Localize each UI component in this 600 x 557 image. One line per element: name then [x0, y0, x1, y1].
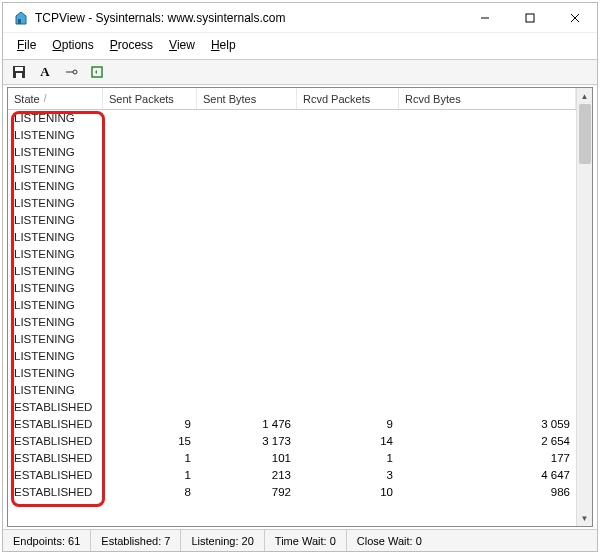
cell-sent-packets: [103, 195, 197, 212]
minimize-button[interactable]: [462, 3, 507, 32]
column-header-sent-bytes[interactable]: Sent Bytes: [197, 88, 297, 109]
cell-state: LISTENING: [8, 127, 103, 144]
table-row[interactable]: LISTENING: [8, 161, 576, 178]
cell-rcvd-packets: 3: [297, 467, 399, 484]
status-closewait: Close Wait: 0: [347, 530, 597, 551]
cell-sent-bytes: [197, 314, 297, 331]
menu-file[interactable]: File: [11, 36, 42, 54]
table-row[interactable]: LISTENING: [8, 297, 576, 314]
statusbar: Endpoints: 61 Established: 7 Listening: …: [3, 529, 597, 551]
cell-sent-bytes: [197, 127, 297, 144]
table-row[interactable]: ESTABLISHED91 47693 059: [8, 416, 576, 433]
table-row[interactable]: LISTENING: [8, 229, 576, 246]
table-row[interactable]: LISTENING: [8, 246, 576, 263]
cell-sent-packets: 1: [103, 467, 197, 484]
cell-rcvd-bytes: [399, 212, 576, 229]
cell-state: LISTENING: [8, 331, 103, 348]
table-row[interactable]: ESTABLISHED: [8, 399, 576, 416]
save-button[interactable]: [9, 62, 29, 82]
menu-process[interactable]: Process: [104, 36, 159, 54]
cell-rcvd-bytes: [399, 297, 576, 314]
cell-state: LISTENING: [8, 178, 103, 195]
table-row[interactable]: LISTENING: [8, 348, 576, 365]
cell-rcvd-packets: [297, 399, 399, 416]
cell-sent-bytes: [197, 331, 297, 348]
cell-sent-bytes: 1 476: [197, 416, 297, 433]
maximize-button[interactable]: [507, 3, 552, 32]
menu-options[interactable]: Options: [46, 36, 99, 54]
table-row[interactable]: LISTENING: [8, 178, 576, 195]
column-header-rcvd-packets[interactable]: Rcvd Packets: [297, 88, 399, 109]
cell-sent-packets: [103, 365, 197, 382]
table-row[interactable]: LISTENING: [8, 365, 576, 382]
cell-state: LISTENING: [8, 144, 103, 161]
vertical-scrollbar[interactable]: ▲ ▼: [576, 88, 592, 526]
cell-sent-packets: [103, 263, 197, 280]
cell-rcvd-bytes: [399, 178, 576, 195]
cell-state: LISTENING: [8, 314, 103, 331]
cell-sent-bytes: [197, 280, 297, 297]
table-row[interactable]: ESTABLISHED121334 647: [8, 467, 576, 484]
cell-rcvd-bytes: [399, 229, 576, 246]
table-row[interactable]: LISTENING: [8, 263, 576, 280]
column-headers: State / Sent Packets Sent Bytes Rcvd Pac…: [8, 88, 576, 110]
font-button[interactable]: A: [35, 62, 55, 82]
cell-rcvd-bytes: [399, 331, 576, 348]
menu-help[interactable]: Help: [205, 36, 242, 54]
cell-rcvd-bytes: [399, 127, 576, 144]
cell-sent-bytes: 101: [197, 450, 297, 467]
table-row[interactable]: LISTENING: [8, 280, 576, 297]
cell-state: ESTABLISHED: [8, 433, 103, 450]
cell-state: ESTABLISHED: [8, 484, 103, 501]
status-timewait: Time Wait: 0: [265, 530, 347, 551]
connection-list: State / Sent Packets Sent Bytes Rcvd Pac…: [7, 87, 593, 527]
close-button[interactable]: [552, 3, 597, 32]
cell-rcvd-bytes: 3 059: [399, 416, 576, 433]
status-established: Established: 7: [91, 530, 181, 551]
cell-rcvd-bytes: [399, 280, 576, 297]
toolbar: A: [3, 59, 597, 85]
titlebar: TCPView - Sysinternals: www.sysinternals…: [3, 3, 597, 33]
scroll-up-arrow-icon[interactable]: ▲: [577, 88, 592, 104]
cell-rcvd-packets: [297, 127, 399, 144]
cell-rcvd-packets: [297, 195, 399, 212]
table-row[interactable]: LISTENING: [8, 314, 576, 331]
refresh-button[interactable]: [87, 62, 107, 82]
column-header-sent-packets[interactable]: Sent Packets: [103, 88, 197, 109]
table-row[interactable]: LISTENING: [8, 144, 576, 161]
svg-rect-6: [15, 67, 23, 71]
table-row[interactable]: ESTABLISHED153 173142 654: [8, 433, 576, 450]
cell-rcvd-bytes: [399, 382, 576, 399]
scroll-down-arrow-icon[interactable]: ▼: [577, 510, 592, 526]
table-row[interactable]: LISTENING: [8, 110, 576, 127]
cell-rcvd-bytes: 177: [399, 450, 576, 467]
cell-sent-packets: 8: [103, 484, 197, 501]
svg-rect-7: [16, 73, 22, 78]
table-row[interactable]: LISTENING: [8, 382, 576, 399]
rows-container: LISTENINGLISTENINGLISTENINGLISTENINGLIST…: [8, 110, 576, 501]
table-row[interactable]: LISTENING: [8, 195, 576, 212]
cell-state: ESTABLISHED: [8, 450, 103, 467]
cell-rcvd-packets: [297, 314, 399, 331]
menu-view[interactable]: View: [163, 36, 201, 54]
cell-state: LISTENING: [8, 212, 103, 229]
cell-sent-packets: [103, 212, 197, 229]
cell-sent-packets: 1: [103, 450, 197, 467]
table-row[interactable]: LISTENING: [8, 127, 576, 144]
cell-state: LISTENING: [8, 382, 103, 399]
column-header-rcvd-bytes[interactable]: Rcvd Bytes: [399, 88, 576, 109]
cell-state: LISTENING: [8, 348, 103, 365]
cell-sent-packets: [103, 297, 197, 314]
column-header-state[interactable]: State /: [8, 88, 103, 109]
cell-sent-packets: 9: [103, 416, 197, 433]
window-title: TCPView - Sysinternals: www.sysinternals…: [35, 11, 462, 25]
table-row[interactable]: LISTENING: [8, 212, 576, 229]
cell-sent-bytes: [197, 399, 297, 416]
cell-rcvd-bytes: [399, 365, 576, 382]
table-row[interactable]: ESTABLISHED11011177: [8, 450, 576, 467]
table-row[interactable]: LISTENING: [8, 331, 576, 348]
table-row[interactable]: ESTABLISHED879210986: [8, 484, 576, 501]
cell-sent-bytes: [197, 382, 297, 399]
properties-button[interactable]: [61, 62, 81, 82]
scroll-thumb[interactable]: [579, 104, 591, 164]
